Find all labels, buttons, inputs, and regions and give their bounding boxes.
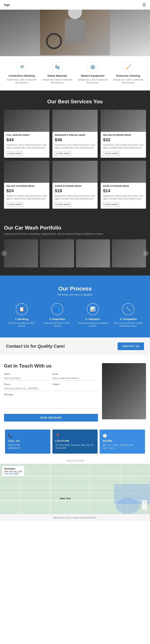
name-label: Name <box>4 373 50 375</box>
portfolio-subtitle: Lorem ipsum sit amet, consectetur adipis… <box>4 232 146 235</box>
info-box-0: 📞 CALL US 8-800-10-5008-800-10-520 <box>5 430 50 454</box>
info-box-1: 📍 LOCATION 121 Rock Street, 21 Avenue, N… <box>52 430 98 454</box>
process-step-desc-4: Find out more about our Content Marketin… <box>113 322 143 328</box>
feature-icon-1: 🧤 <box>52 62 62 72</box>
portfolio-img-3 <box>76 239 110 268</box>
process-step-desc-1: Find out more about our SEO services <box>7 322 37 328</box>
feature-title-2: Modern Equipment <box>77 74 109 77</box>
map-info-title: Manhattan <box>4 468 22 470</box>
portfolio-images <box>4 239 146 268</box>
process-step-icon-3: 📊 <box>87 303 99 315</box>
map-road-v2 <box>50 464 51 514</box>
portfolio-section: Our Car Wash Portfolio Lorem ipsum sit a… <box>0 217 150 276</box>
menu-icon[interactable]: ☰ <box>142 2 146 7</box>
best-services-section: Our Best Services You FULL SERVICE WASH … <box>0 90 150 217</box>
phone-input[interactable] <box>4 386 50 391</box>
learn-more-btn-2[interactable]: LEARN MORE <box>103 151 120 156</box>
email-field: Email <box>53 373 98 380</box>
service-name-0: FULL SERVICE WASH <box>6 134 47 136</box>
map-sidebar-info: Manhattan New York City, USA See map det… <box>2 466 24 476</box>
subject-input[interactable] <box>53 386 98 391</box>
portfolio-carousel: ‹ › <box>4 239 146 268</box>
service-price-0: $44 <box>6 137 47 142</box>
process-step-3: 📊 3. Valuation Find out more about our A… <box>78 303 108 328</box>
process-step-icon-1: 📋 <box>16 303 28 315</box>
learn-more-btn-4[interactable]: LEARN MORE <box>55 202 72 207</box>
process-step-num-1: 1. Booking <box>7 318 37 320</box>
process-step-4: 🔧 4. Completion Find out more about our … <box>113 303 143 328</box>
service-card: BASIC EXTERIOR WASH $14 Sample text. Cli… <box>101 161 146 209</box>
service-card: MANAGER'S SPECIAL WASH $36 Sample text. … <box>52 110 98 158</box>
bottom-text: Sample text. Click to select the Text El… <box>0 514 150 521</box>
service-image-2 <box>101 110 146 132</box>
process-title: Our Process <box>4 286 146 292</box>
form-row-phone-subject: Phone Subject <box>4 383 98 391</box>
process-step-2: 👥 2. Inspection Find out more about our … <box>42 303 72 328</box>
message-field: Message <box>4 393 98 411</box>
name-field: Name <box>4 373 50 380</box>
feature-title-3: Extensive Cleaning <box>112 74 144 77</box>
service-price-3: $24 <box>6 188 47 194</box>
service-desc-1: Sample text. Click to select the text bo… <box>55 144 95 149</box>
portfolio-img-4 <box>112 239 146 268</box>
learn-more-btn-1[interactable]: LEARN MORE <box>55 151 72 156</box>
learn-more-btn-0[interactable]: LEARN MORE <box>6 151 23 156</box>
carousel-prev-btn[interactable]: ‹ <box>1 250 7 256</box>
service-name-1: MANAGER'S SPECIAL WASH <box>55 134 95 136</box>
service-image-5 <box>101 161 146 183</box>
info-box-title-0: CALL US <box>8 440 47 442</box>
service-desc-4: Sample text. Click to select the text bo… <box>55 194 95 200</box>
process-subtitle: We know your time is valuable <box>4 293 146 296</box>
feature-title-1: Safety Materials <box>41 74 73 77</box>
service-image-1 <box>52 110 98 132</box>
learn-more-btn-5[interactable]: LEARN MORE <box>103 202 120 207</box>
info-box-2: 🕐 HOURS Mon - Fri... 11 am - 8 pm Sat, S… <box>100 430 145 454</box>
services-grid: FULL SERVICE WASH $44 Sample text. Click… <box>4 110 146 209</box>
map-zoom-controls: + − <box>142 500 147 510</box>
process-step-num-3: 3. Valuation <box>78 318 108 320</box>
cta-button[interactable]: CONTACT US <box>118 342 144 350</box>
subject-field: Subject <box>53 383 98 391</box>
process-step-desc-2: Find out more about our PPC services <box>42 322 72 328</box>
process-section: Our Process We know your time is valuabl… <box>0 276 150 338</box>
zoom-in-btn[interactable]: + <box>142 500 147 505</box>
service-card: DELUXE EXTERIOR WASH $24 Sample text. Cl… <box>4 161 49 209</box>
map-info-link[interactable]: See map details <box>4 473 22 475</box>
info-box-title-2: HOURS <box>103 440 142 442</box>
send-message-btn[interactable]: SEND MESSAGE <box>4 414 98 422</box>
contact-form-area: Get In Touch With us Name Email Phone Su… <box>4 363 98 422</box>
info-box-title-1: LOCATION <box>55 440 95 442</box>
contact-image <box>102 363 146 419</box>
message-textarea[interactable] <box>4 396 98 408</box>
service-desc-2: Sample text. Click to select the text bo… <box>103 144 144 149</box>
feature-item: 🧹 Extensive Cleaning Sample text. Click … <box>112 62 144 84</box>
service-price-1: $36 <box>55 137 95 142</box>
service-image-3 <box>4 161 49 183</box>
feature-title-0: Contactless Washing <box>6 74 38 77</box>
zoom-out-btn[interactable]: − <box>142 505 147 510</box>
feature-icon-3: 🧹 <box>123 62 133 72</box>
feature-item: 🚿 Contactless Washing Sample text. Click… <box>6 62 38 84</box>
info-box-icon-0: 📞 <box>8 434 47 438</box>
email-input[interactable] <box>53 376 98 380</box>
feature-icon-0: 🚿 <box>17 62 27 72</box>
service-desc-0: Sample text. Click to select the text bo… <box>6 144 47 149</box>
features-section: 🚿 Contactless Washing Sample text. Click… <box>0 56 150 90</box>
service-name-4: SUPER EXTERIOR WASH <box>55 185 95 187</box>
feature-icon-2: ⚙️ <box>88 62 98 72</box>
service-desc-5: Sample text. Click to select the text bo… <box>103 194 144 200</box>
contact-section: Get In Touch With us Name Email Phone Su… <box>0 355 150 430</box>
carousel-next-btn[interactable]: › <box>143 250 149 256</box>
contact-title: Get In Touch With us <box>4 363 98 369</box>
map-info-city: New York City, USA <box>4 470 22 473</box>
learn-more-btn-3[interactable]: LEARN MORE <box>6 202 23 207</box>
feature-desc-1: Sample text. Click to select the Text El… <box>41 78 73 84</box>
map-area[interactable]: New York Manhattan New York City, USA Se… <box>0 464 150 514</box>
map-road-v3 <box>90 464 90 514</box>
service-price-2: $32 <box>103 137 144 142</box>
service-name-3: DELUXE EXTERIOR WASH <box>6 185 47 187</box>
name-input[interactable] <box>4 376 50 380</box>
map-label-new-york: New York <box>60 497 71 500</box>
feature-item: ⚙️ Modern Equipment Sample text. Click t… <box>77 62 109 84</box>
portfolio-title: Our Car Wash Portfolio <box>4 225 146 231</box>
